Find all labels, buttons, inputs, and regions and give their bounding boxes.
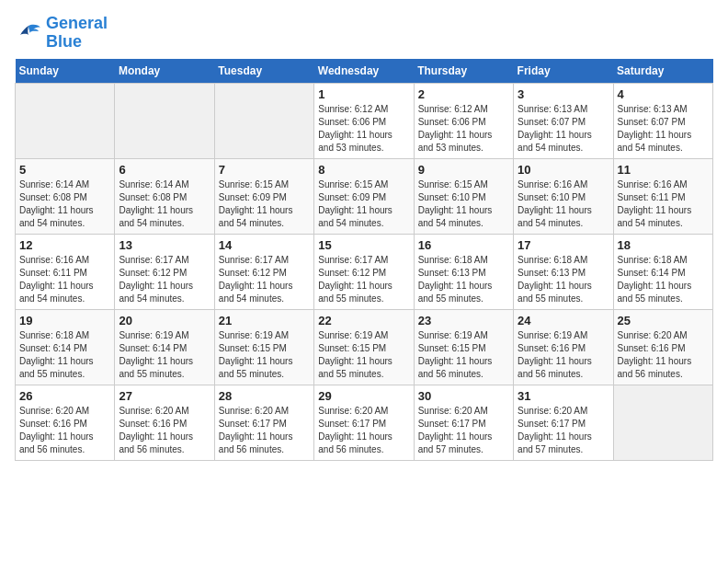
day-number: 22 xyxy=(318,314,409,327)
calendar-cell: 17Sunrise: 6:18 AM Sunset: 6:13 PM Dayli… xyxy=(514,234,613,309)
day-number: 7 xyxy=(219,163,310,177)
day-info: Sunrise: 6:16 AM Sunset: 6:11 PM Dayligh… xyxy=(19,254,110,305)
calendar-header: SundayMondayTuesdayWednesdayThursdayFrid… xyxy=(16,59,713,84)
day-number: 27 xyxy=(119,389,210,403)
calendar-cell: 24Sunrise: 6:19 AM Sunset: 6:16 PM Dayli… xyxy=(514,309,613,385)
calendar-cell: 22Sunrise: 6:19 AM Sunset: 6:15 PM Dayli… xyxy=(314,309,414,385)
page-header: General Blue xyxy=(15,15,713,52)
day-info: Sunrise: 6:12 AM Sunset: 6:06 PM Dayligh… xyxy=(318,103,409,155)
day-info: Sunrise: 6:12 AM Sunset: 6:06 PM Dayligh… xyxy=(418,103,509,155)
calendar-cell xyxy=(115,83,214,158)
day-info: Sunrise: 6:19 AM Sunset: 6:15 PM Dayligh… xyxy=(318,329,409,381)
day-info: Sunrise: 6:13 AM Sunset: 6:07 PM Dayligh… xyxy=(618,103,709,155)
calendar-cell xyxy=(16,83,115,158)
calendar-cell: 11Sunrise: 6:16 AM Sunset: 6:11 PM Dayli… xyxy=(613,158,712,234)
day-number: 6 xyxy=(119,163,210,177)
weekday-header-friday: Friday xyxy=(514,59,613,84)
day-number: 5 xyxy=(19,163,110,177)
day-info: Sunrise: 6:16 AM Sunset: 6:11 PM Dayligh… xyxy=(618,178,709,230)
calendar-cell xyxy=(214,83,313,158)
calendar-week-4: 19Sunrise: 6:18 AM Sunset: 6:14 PM Dayli… xyxy=(16,309,713,385)
day-info: Sunrise: 6:18 AM Sunset: 6:13 PM Dayligh… xyxy=(418,254,509,305)
day-number: 16 xyxy=(418,238,509,252)
day-number: 11 xyxy=(618,163,709,177)
calendar-cell: 3Sunrise: 6:13 AM Sunset: 6:07 PM Daylig… xyxy=(514,83,613,158)
calendar-cell: 12Sunrise: 6:16 AM Sunset: 6:11 PM Dayli… xyxy=(16,234,115,309)
calendar-cell: 8Sunrise: 6:15 AM Sunset: 6:09 PM Daylig… xyxy=(314,158,414,234)
calendar-cell: 25Sunrise: 6:20 AM Sunset: 6:16 PM Dayli… xyxy=(613,309,712,385)
calendar-week-1: 1Sunrise: 6:12 AM Sunset: 6:06 PM Daylig… xyxy=(16,83,713,158)
day-number: 10 xyxy=(518,163,609,177)
calendar-cell: 30Sunrise: 6:20 AM Sunset: 6:17 PM Dayli… xyxy=(414,385,513,460)
calendar-cell xyxy=(613,385,712,460)
day-number: 30 xyxy=(418,389,509,403)
calendar-cell: 18Sunrise: 6:18 AM Sunset: 6:14 PM Dayli… xyxy=(613,234,712,309)
calendar-cell: 29Sunrise: 6:20 AM Sunset: 6:17 PM Dayli… xyxy=(314,385,414,460)
calendar-cell: 27Sunrise: 6:20 AM Sunset: 6:16 PM Dayli… xyxy=(115,385,214,460)
day-info: Sunrise: 6:20 AM Sunset: 6:17 PM Dayligh… xyxy=(518,405,609,456)
calendar-table: SundayMondayTuesdayWednesdayThursdayFrid… xyxy=(15,59,713,461)
calendar-cell: 9Sunrise: 6:15 AM Sunset: 6:10 PM Daylig… xyxy=(414,158,513,234)
calendar-week-5: 26Sunrise: 6:20 AM Sunset: 6:16 PM Dayli… xyxy=(16,385,713,460)
day-number: 18 xyxy=(618,238,709,252)
day-number: 15 xyxy=(318,238,409,252)
calendar-week-2: 5Sunrise: 6:14 AM Sunset: 6:08 PM Daylig… xyxy=(16,158,713,234)
calendar-cell: 10Sunrise: 6:16 AM Sunset: 6:10 PM Dayli… xyxy=(514,158,613,234)
day-number: 25 xyxy=(618,314,709,327)
calendar-cell: 13Sunrise: 6:17 AM Sunset: 6:12 PM Dayli… xyxy=(115,234,214,309)
weekday-header-tuesday: Tuesday xyxy=(214,59,313,84)
calendar-cell: 5Sunrise: 6:14 AM Sunset: 6:08 PM Daylig… xyxy=(16,158,115,234)
day-number: 31 xyxy=(518,389,609,403)
calendar-cell: 26Sunrise: 6:20 AM Sunset: 6:16 PM Dayli… xyxy=(16,385,115,460)
day-info: Sunrise: 6:20 AM Sunset: 6:17 PM Dayligh… xyxy=(318,405,409,456)
day-info: Sunrise: 6:18 AM Sunset: 6:14 PM Dayligh… xyxy=(19,329,110,381)
calendar-cell: 14Sunrise: 6:17 AM Sunset: 6:12 PM Dayli… xyxy=(214,234,313,309)
day-number: 20 xyxy=(119,314,210,327)
logo-text: General Blue xyxy=(46,15,108,52)
day-info: Sunrise: 6:16 AM Sunset: 6:10 PM Dayligh… xyxy=(518,178,609,230)
day-info: Sunrise: 6:13 AM Sunset: 6:07 PM Dayligh… xyxy=(518,103,609,155)
calendar-cell: 19Sunrise: 6:18 AM Sunset: 6:14 PM Dayli… xyxy=(16,309,115,385)
day-number: 23 xyxy=(418,314,509,327)
day-number: 24 xyxy=(518,314,609,327)
calendar-week-3: 12Sunrise: 6:16 AM Sunset: 6:11 PM Dayli… xyxy=(16,234,713,309)
day-info: Sunrise: 6:19 AM Sunset: 6:16 PM Dayligh… xyxy=(518,329,609,381)
calendar-cell: 1Sunrise: 6:12 AM Sunset: 6:06 PM Daylig… xyxy=(314,83,414,158)
day-info: Sunrise: 6:20 AM Sunset: 6:17 PM Dayligh… xyxy=(418,405,509,456)
day-info: Sunrise: 6:15 AM Sunset: 6:10 PM Dayligh… xyxy=(418,178,509,230)
day-info: Sunrise: 6:19 AM Sunset: 6:14 PM Dayligh… xyxy=(119,329,210,381)
day-info: Sunrise: 6:17 AM Sunset: 6:12 PM Dayligh… xyxy=(219,254,310,305)
weekday-header-monday: Monday xyxy=(115,59,214,84)
day-info: Sunrise: 6:20 AM Sunset: 6:16 PM Dayligh… xyxy=(618,329,709,381)
day-info: Sunrise: 6:18 AM Sunset: 6:14 PM Dayligh… xyxy=(618,254,709,305)
day-number: 14 xyxy=(219,238,310,252)
weekday-header-row: SundayMondayTuesdayWednesdayThursdayFrid… xyxy=(16,59,713,84)
weekday-header-sunday: Sunday xyxy=(16,59,115,84)
day-number: 19 xyxy=(19,314,110,327)
logo-icon xyxy=(15,22,42,44)
calendar-cell: 16Sunrise: 6:18 AM Sunset: 6:13 PM Dayli… xyxy=(414,234,513,309)
day-number: 29 xyxy=(318,389,409,403)
day-info: Sunrise: 6:15 AM Sunset: 6:09 PM Dayligh… xyxy=(318,178,409,230)
calendar-cell: 2Sunrise: 6:12 AM Sunset: 6:06 PM Daylig… xyxy=(414,83,513,158)
day-number: 12 xyxy=(19,238,110,252)
day-number: 17 xyxy=(518,238,609,252)
weekday-header-thursday: Thursday xyxy=(414,59,513,84)
day-info: Sunrise: 6:19 AM Sunset: 6:15 PM Dayligh… xyxy=(418,329,509,381)
day-number: 28 xyxy=(219,389,310,403)
day-info: Sunrise: 6:17 AM Sunset: 6:12 PM Dayligh… xyxy=(318,254,409,305)
day-number: 3 xyxy=(518,87,609,101)
calendar-cell: 21Sunrise: 6:19 AM Sunset: 6:15 PM Dayli… xyxy=(214,309,313,385)
day-info: Sunrise: 6:18 AM Sunset: 6:13 PM Dayligh… xyxy=(518,254,609,305)
day-info: Sunrise: 6:14 AM Sunset: 6:08 PM Dayligh… xyxy=(119,178,210,230)
day-info: Sunrise: 6:20 AM Sunset: 6:16 PM Dayligh… xyxy=(19,405,110,456)
calendar-cell: 7Sunrise: 6:15 AM Sunset: 6:09 PM Daylig… xyxy=(214,158,313,234)
day-info: Sunrise: 6:15 AM Sunset: 6:09 PM Dayligh… xyxy=(219,178,310,230)
day-number: 4 xyxy=(618,87,709,101)
day-info: Sunrise: 6:14 AM Sunset: 6:08 PM Dayligh… xyxy=(19,178,110,230)
calendar-body: 1Sunrise: 6:12 AM Sunset: 6:06 PM Daylig… xyxy=(16,83,713,460)
calendar-cell: 20Sunrise: 6:19 AM Sunset: 6:14 PM Dayli… xyxy=(115,309,214,385)
calendar-cell: 15Sunrise: 6:17 AM Sunset: 6:12 PM Dayli… xyxy=(314,234,414,309)
calendar-cell: 31Sunrise: 6:20 AM Sunset: 6:17 PM Dayli… xyxy=(514,385,613,460)
calendar-cell: 6Sunrise: 6:14 AM Sunset: 6:08 PM Daylig… xyxy=(115,158,214,234)
